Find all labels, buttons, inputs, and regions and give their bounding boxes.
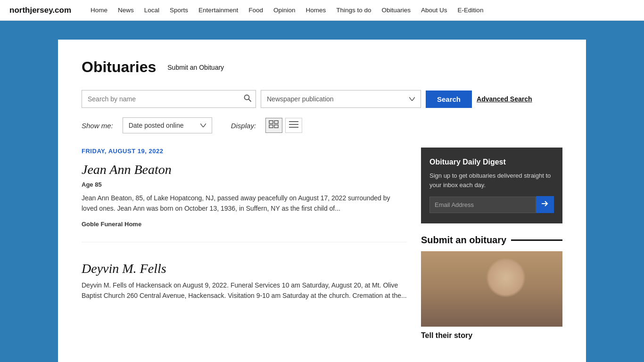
search-button[interactable]: Search — [426, 90, 472, 108]
nav-item-local[interactable]: Local — [139, 0, 165, 21]
nav-item-homes[interactable]: Homes — [300, 0, 331, 21]
obituary-text-jean: Jean Ann Beaton, 85, of Lake Hopatcong, … — [82, 193, 407, 214]
filter-row: Show me: Date posted online Date publish… — [82, 117, 562, 133]
obituary-text-deyvin: Deyvin M. Fells of Hackensack on August … — [82, 280, 407, 301]
date-heading: FRIDAY, AUGUST 19, 2022 — [82, 148, 407, 155]
nav-item-sports[interactable]: Sports — [165, 0, 193, 21]
publication-select[interactable]: Newspaper publication The Record Daily R… — [261, 90, 421, 108]
svg-rect-3 — [274, 121, 278, 123]
list-display-button[interactable] — [285, 118, 302, 133]
search-icon-button[interactable] — [244, 94, 251, 104]
submit-obituary-title: Submit an obituary — [421, 235, 562, 246]
grid-icon — [269, 120, 279, 129]
obituary-name-deyvin[interactable]: Deyvin M. Fells — [82, 261, 407, 276]
search-name-wrap — [82, 90, 256, 108]
svg-line-1 — [249, 99, 251, 102]
obituary-item: Deyvin M. Fells Deyvin M. Fells of Hacke… — [82, 261, 407, 322]
list-icon — [289, 120, 299, 129]
obituary-funeral-jean: Goble Funeral Home — [82, 221, 407, 228]
submit-obituary-link[interactable]: Submit an Obituary — [167, 64, 224, 71]
page-background: Obituaries Submit an Obituary Newspaper … — [0, 21, 644, 362]
obituary-list: FRIDAY, AUGUST 19, 2022 Jean Ann Beaton … — [82, 148, 407, 341]
page-header: Obituaries Submit an Obituary — [82, 58, 562, 76]
submit-obituary-image-inner — [421, 251, 562, 327]
svg-rect-2 — [269, 121, 273, 123]
tell-story-label: Tell their story — [421, 331, 562, 340]
site-brand[interactable]: northjersey.com — [9, 6, 71, 15]
arrow-right-icon — [542, 200, 548, 207]
content-layout: FRIDAY, AUGUST 19, 2022 Jean Ann Beaton … — [82, 148, 562, 341]
obituary-age-jean: Age 85 — [82, 181, 407, 188]
navbar: northjersey.com Home News Local Sports E… — [0, 0, 644, 21]
nav-item-e-edition[interactable]: E-Edition — [453, 0, 489, 21]
email-submit-button[interactable] — [536, 196, 554, 213]
nav-links: Home News Local Sports Entertainment Foo… — [85, 0, 488, 21]
display-buttons — [265, 118, 302, 133]
date-filter-select[interactable]: Date posted online Date published in pri… — [123, 117, 212, 133]
page-title: Obituaries — [82, 58, 156, 76]
email-row — [429, 196, 554, 213]
svg-rect-5 — [274, 125, 278, 128]
nav-item-things-to-do[interactable]: Things to do — [331, 0, 376, 21]
digest-title: Obituary Daily Digest — [429, 158, 554, 166]
nav-item-food[interactable]: Food — [243, 0, 268, 21]
email-input[interactable] — [429, 197, 536, 213]
nav-item-entertainment[interactable]: Entertainment — [193, 0, 243, 21]
obituary-item: Jean Ann Beaton Age 85 Jean Ann Beaton, … — [82, 162, 407, 242]
digest-box: Obituary Daily Digest Sign up to get obi… — [421, 148, 562, 223]
submit-obituary-image[interactable] — [421, 251, 562, 327]
display-label: Display: — [231, 122, 256, 130]
grid-display-button[interactable] — [265, 118, 282, 133]
page-inner: Obituaries Submit an Obituary Newspaper … — [58, 40, 586, 362]
advanced-search-button[interactable]: Advanced Search — [477, 95, 532, 103]
svg-rect-4 — [269, 125, 273, 128]
search-input[interactable] — [82, 90, 256, 108]
sidebar: Obituary Daily Digest Sign up to get obi… — [421, 148, 562, 341]
submit-obituary-section: Submit an obituary Tell their story — [421, 235, 562, 340]
nav-item-home[interactable]: Home — [85, 0, 113, 21]
search-bar: Newspaper publication The Record Daily R… — [82, 90, 562, 108]
nav-item-about-us[interactable]: About Us — [416, 0, 453, 21]
nav-item-news[interactable]: News — [113, 0, 139, 21]
nav-item-obituaries[interactable]: Obituaries — [377, 0, 416, 21]
nav-item-opinion[interactable]: Opinion — [268, 0, 301, 21]
digest-desc: Sign up to get obituaries delivered stra… — [429, 171, 554, 189]
obituary-name-jean[interactable]: Jean Ann Beaton — [82, 162, 407, 177]
search-icon — [244, 94, 251, 102]
show-me-label: Show me: — [82, 122, 113, 130]
